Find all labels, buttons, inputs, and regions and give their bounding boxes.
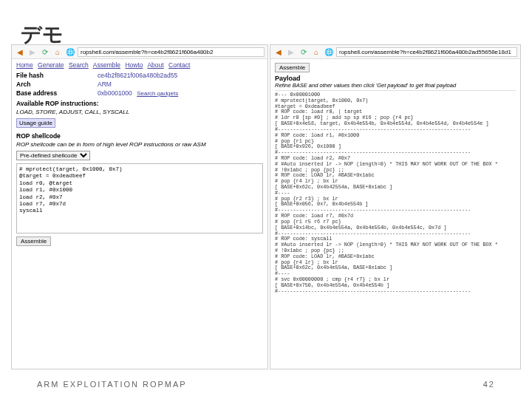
base-value: 0xb0001000 (98, 89, 132, 97)
site-icon: 🌐 (65, 47, 75, 57)
file-hash-row: File hash ce4b2f8621f006a480b2ad55 (16, 72, 263, 79)
url-bar[interactable]: ropshell.com/assemble?h=ce4b2f8621f606a4… (336, 47, 517, 57)
payload-title: Payload (275, 75, 516, 82)
browser-window-right: ◀ ▶ ⟳ ⌂ 🌐 ropshell.com/assemble?h=ce4b2f… (270, 44, 521, 369)
forward-icon[interactable]: ▶ (27, 47, 38, 57)
usage-guide-button[interactable]: Usage guide (16, 118, 55, 128)
browser-window-left: ◀ ▶ ⟳ ⌂ 🌐 ropshell.com/assemble?h=ce4b2f… (11, 44, 268, 369)
shellcode-select[interactable]: Pre-defined shellcode (16, 151, 90, 160)
rop-shellcode-title: ROP shellcode (16, 132, 263, 140)
slide-footer: ARM EXPLOITATION ROPMAP 42 (0, 380, 532, 389)
nav-home[interactable]: Home (16, 61, 33, 69)
search-gadgets-link[interactable]: Search gadgets (137, 90, 178, 97)
avail-rop-title: Available ROP instructions: (16, 100, 263, 107)
nav-contact[interactable]: Contact (168, 61, 190, 69)
back-icon[interactable]: ◀ (273, 47, 284, 57)
avail-rop-list: LOAD, STORE, ADJUST, CALL, SYSCALL (16, 109, 263, 115)
page-content-right: Assemble Payload Refine BASE and other v… (270, 59, 520, 369)
file-hash-value: ce4b2f8621f006a480b2ad55 (98, 72, 177, 79)
forward-icon[interactable]: ▶ (286, 47, 296, 57)
nav-search[interactable]: Search (69, 61, 89, 69)
base-label: Base address (16, 89, 98, 97)
payload-output: #--- 0x00001000 # mprotect(target, 0x100… (275, 90, 516, 294)
assemble-button[interactable]: Assemble (16, 236, 51, 246)
browser-toolbar: ◀ ▶ ⟳ ⌂ 🌐 ropshell.com/assemble?h=ce4b2f… (270, 45, 520, 59)
nav-assemble[interactable]: Assemble (93, 61, 120, 69)
home-icon[interactable]: ⌂ (311, 47, 321, 57)
browser-pair: ◀ ▶ ⟳ ⌂ 🌐 ropshell.com/assemble?h=ce4b2f… (11, 44, 521, 369)
assemble-accordion[interactable]: Assemble (275, 63, 310, 72)
browser-toolbar: ◀ ▶ ⟳ ⌂ 🌐 ropshell.com/assemble?h=ce4b2f… (12, 45, 267, 59)
reload-icon[interactable]: ⟳ (299, 47, 309, 57)
site-icon: 🌐 (324, 47, 334, 57)
footer-left: ARM EXPLOITATION ROPMAP (37, 380, 187, 389)
back-icon[interactable]: ◀ (15, 47, 25, 57)
arch-label: Arch (16, 81, 98, 88)
rop-shellcode-sub: ROP shellcode can be in form of high lev… (16, 141, 263, 148)
home-icon[interactable]: ⌂ (52, 47, 63, 57)
base-row: Base address 0xb0001000 Search gadgets (16, 89, 263, 97)
url-bar[interactable]: ropshell.com/assemble?h=ce4b2f8621f606a4… (78, 47, 265, 57)
page-content-left: Home Generate Search Assemble Howto Abou… (12, 59, 267, 369)
arch-value: ARM (98, 81, 112, 88)
footer-page-number: 42 (483, 380, 495, 389)
nav-generate[interactable]: Generate (38, 61, 64, 69)
arch-row: Arch ARM (16, 81, 263, 88)
nav-howto[interactable]: Howto (125, 61, 143, 69)
reload-icon[interactable]: ⟳ (40, 47, 50, 57)
payload-subtitle: Refine BASE and other values then click … (275, 82, 516, 89)
nav-menu: Home Generate Search Assemble Howto Abou… (16, 61, 263, 69)
file-hash-label: File hash (16, 72, 98, 79)
nav-about[interactable]: About (147, 61, 163, 69)
shellcode-textarea[interactable]: # mprotect(target, 0x1000, 0x7) @target … (16, 163, 263, 233)
